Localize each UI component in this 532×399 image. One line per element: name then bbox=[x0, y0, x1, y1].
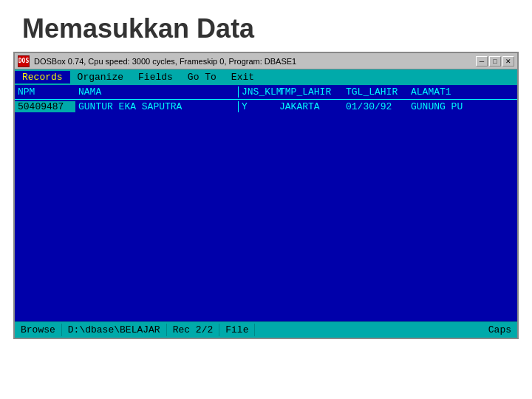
dosbox-title-text: DOSBox 0.74, Cpu speed: 3000 cycles, Fra… bbox=[34, 57, 296, 66]
status-bar: Browse D:\dbase\BELAJAR Rec 2/2 File Cap… bbox=[15, 321, 517, 338]
status-path: D:\dbase\BELAJAR bbox=[62, 324, 167, 336]
cell-jns: Y bbox=[238, 101, 276, 112]
status-caps: Caps bbox=[482, 324, 517, 336]
menu-exit[interactable]: Exit bbox=[224, 71, 262, 83]
col-header-jns: JNS_KLM bbox=[238, 86, 276, 98]
menu-goto[interactable]: Go To bbox=[180, 71, 224, 83]
status-mode: Browse bbox=[15, 324, 62, 336]
minimize-button[interactable]: ─ bbox=[476, 56, 488, 66]
menu-records[interactable]: Records bbox=[15, 71, 70, 83]
table-area: NPM NAMA JNS_KLM TMP_LAHIR TGL_LAHIR ALA… bbox=[15, 85, 517, 321]
dosbox-titlebar: DOS DOSBox 0.74, Cpu speed: 3000 cycles,… bbox=[15, 53, 517, 69]
col-header-nama: NAMA bbox=[75, 86, 238, 98]
menu-bar: Records Organize Fields Go To Exit bbox=[15, 69, 517, 85]
cell-tmp: JAKARTA bbox=[276, 101, 343, 112]
col-header-alamat: ALAMAT1 bbox=[408, 86, 474, 98]
cell-npm: 50409487 bbox=[15, 101, 75, 112]
col-header-tgl: TGL_LAHIR bbox=[343, 86, 408, 98]
col-header-npm: NPM bbox=[15, 86, 75, 98]
dosbox-icon: DOS bbox=[18, 55, 30, 67]
page-title: Memasukkan Data bbox=[22, 13, 254, 44]
status-file: File bbox=[219, 324, 255, 336]
status-rec: Rec 2/2 bbox=[167, 324, 220, 336]
dosbox-window: DOS DOSBox 0.74, Cpu speed: 3000 cycles,… bbox=[13, 52, 519, 339]
cell-tgl: 01/30/92 bbox=[343, 101, 408, 112]
menu-fields[interactable]: Fields bbox=[131, 71, 180, 83]
table-header: NPM NAMA JNS_KLM TMP_LAHIR TGL_LAHIR ALA… bbox=[15, 85, 517, 100]
col-header-tmp: TMP_LAHIR bbox=[276, 86, 343, 98]
cell-nama: GUNTUR EKA SAPUTRA bbox=[75, 101, 238, 112]
dosbox-controls: ─ □ ✕ bbox=[476, 56, 514, 66]
menu-organize[interactable]: Organize bbox=[70, 71, 131, 83]
cell-alamat: GUNUNG PU bbox=[408, 101, 474, 112]
table-row[interactable]: 50409487 GUNTUR EKA SAPUTRA Y JAKARTA 01… bbox=[15, 100, 517, 114]
title-area: Memasukkan Data bbox=[0, 0, 532, 52]
maximize-button[interactable]: □ bbox=[489, 56, 501, 66]
dosbox-title-left: DOS DOSBox 0.74, Cpu speed: 3000 cycles,… bbox=[18, 55, 296, 67]
close-button[interactable]: ✕ bbox=[502, 56, 514, 66]
table-body: 50409487 GUNTUR EKA SAPUTRA Y JAKARTA 01… bbox=[15, 100, 517, 321]
dbase-screen: Records Organize Fields Go To Exit NPM N… bbox=[15, 69, 517, 338]
